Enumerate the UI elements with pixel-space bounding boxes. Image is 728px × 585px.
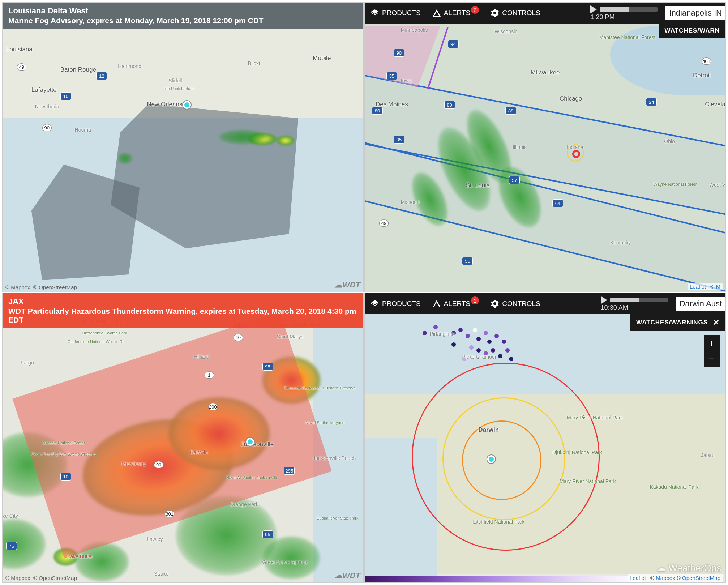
us-shield: 301 (165, 510, 174, 517)
us-shield: 90 (42, 124, 52, 131)
location-input[interactable]: Darwin Aust (676, 297, 725, 311)
timeline-slider[interactable] (610, 298, 668, 302)
city-label: Houma (75, 127, 91, 133)
controls-button[interactable]: CONTROLS (485, 3, 546, 24)
city-label: Hilliard (194, 354, 209, 360)
city-label: Lawtey (147, 536, 163, 542)
wdt-logo: ☁WDT (334, 280, 360, 290)
play-icon[interactable] (590, 5, 597, 13)
alerts-badge: 2 (471, 6, 479, 14)
city-label: Lake Butler (68, 554, 93, 559)
play-icon[interactable] (601, 296, 607, 304)
city-label: Hammond (118, 63, 141, 69)
location-marker[interactable] (246, 438, 254, 446)
mapbox-link[interactable]: Mapbox (656, 575, 675, 581)
interstate-shield: 88 (505, 107, 516, 115)
panel-jax: Kingsland Saint Marys Hilliard Fargo Bal… (2, 293, 364, 583)
mapbox-link[interactable]: © M (710, 283, 720, 290)
subbar-label: WATCHES/WARN (665, 27, 720, 34)
location-marker[interactable] (183, 101, 191, 109)
banner-title: JAX (8, 297, 357, 306)
park-label: Ocean Pond Big Gum Swamp Wildernes (31, 452, 97, 456)
alerts-button[interactable]: ALERTS 2 (427, 3, 485, 24)
park-label: Timucuan Ecological & Historic Preserve (284, 386, 355, 390)
city-label: Fargo (21, 360, 34, 366)
lightning-dot (451, 342, 456, 347)
zoom-in-button[interactable]: + (704, 335, 720, 351)
layers-icon (371, 299, 379, 308)
state-label: Indiana (567, 144, 583, 150)
watches-warnings-bar: WATCHES/WARN (659, 24, 725, 38)
interstate-shield: 12 (96, 72, 107, 80)
interstate-shield: 10 (60, 92, 71, 100)
park-label: Kakadu National Park (650, 484, 698, 490)
interstate-shield: 80 (372, 107, 383, 115)
city-label: Jacksonville (241, 441, 274, 448)
close-icon[interactable]: ✕ (713, 318, 720, 327)
interstate-shield: 80 (444, 101, 455, 109)
alerts-button[interactable]: ALERTS 1 (427, 293, 485, 314)
products-button[interactable]: PRODUCTS (365, 293, 427, 314)
alerts-label: ALERTS (444, 9, 471, 17)
interstate-shield: 295 (284, 467, 295, 475)
city-label: Mobile (313, 55, 331, 62)
zoom-out-button[interactable]: − (704, 351, 720, 367)
interstate-shield: 90 (394, 49, 404, 57)
interstate-shield: 35 (386, 72, 397, 80)
city-label: Baton Rouge (60, 66, 96, 73)
banner-subtitle: Marine Fog Advisory, expires at Monday, … (8, 16, 357, 25)
controls-button[interactable]: CONTROLS (485, 293, 546, 314)
label: Naval Air Station Jacksonville (226, 475, 278, 480)
interstate-shield: 57 (509, 176, 520, 184)
city-label: New Orleans (147, 101, 182, 108)
park-label: Osceola National Forest (42, 441, 85, 445)
banner-subtitle: WDT Particularly Hazardous Thunderstorm … (8, 307, 357, 324)
map-attribution: Leaflet | © Mapbox © OpenStreetMap (628, 574, 723, 582)
banner-title: Louisiana Delta West (8, 6, 357, 16)
interstate-shield: 64 (552, 199, 563, 207)
city-label: Clevela (705, 101, 725, 108)
route-shield: 401 (702, 57, 711, 65)
lake-label: Lake Pontchartrain (161, 86, 194, 91)
city-label: Minneapolis (401, 27, 428, 33)
time-control: 1:20 PM (585, 4, 663, 22)
city-label: ke City (3, 513, 18, 519)
park-label: Mary River National Park (560, 478, 616, 484)
interstate-shield: 95 (262, 530, 273, 538)
state-label: Wisconsin (494, 29, 518, 34)
location-input[interactable]: Indianapolis IN (665, 6, 725, 20)
products-button[interactable]: PRODUCTS (365, 3, 427, 24)
park-label: Manistee National Forest (599, 34, 656, 40)
time-label: 10:30 AM (601, 304, 628, 312)
leaflet-link[interactable]: Leaflet (630, 575, 646, 581)
us-shield: 90 (154, 461, 163, 468)
warning-icon (432, 299, 441, 308)
city-label: Slidell (168, 78, 182, 84)
city-label: Jabiru (701, 452, 715, 458)
interstate-shield: 55 (462, 257, 473, 265)
city-label: Biloxi (248, 60, 260, 66)
city-label: Darwin (478, 426, 499, 434)
interstate-shield: 95 (262, 363, 273, 371)
time-label: 1:20 PM (590, 13, 614, 21)
map-attribution: © Mapbox, © OpenStreetMap (5, 284, 77, 290)
interstate-shield: 24 (646, 98, 657, 106)
osm-link[interactable]: OpenStreetMap (682, 575, 720, 581)
wdt-logo: ☁WDT (334, 571, 360, 580)
panel-darwin: Darwin Pirlangimpi Pickertaramoor Mary R… (364, 293, 726, 583)
time-control: 10:30 AM (596, 295, 673, 313)
city-label: Chicago (560, 95, 582, 102)
map-attribution: Leaflet | © M (688, 283, 723, 290)
timeline-slider[interactable] (600, 7, 658, 12)
interstate-shield: 10 (60, 473, 71, 481)
interstate-shield: 35 (394, 136, 404, 144)
radar-echo (219, 130, 266, 144)
state-label: Ohio (664, 138, 675, 144)
leaflet-link[interactable]: Leaflet (690, 283, 706, 290)
gear-icon (491, 299, 499, 308)
lightning-colorscale (365, 576, 642, 582)
advisory-banner: Louisiana Delta West Marine Fog Advisory… (3, 3, 363, 29)
weatherops-logo: ☁ WeatherOps (656, 563, 721, 574)
warning-icon (432, 9, 441, 17)
alerts-badge: 1 (471, 296, 479, 304)
